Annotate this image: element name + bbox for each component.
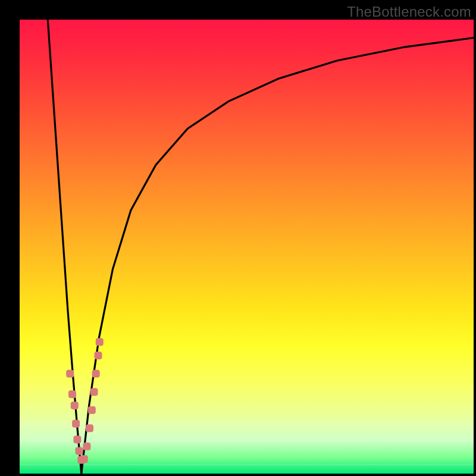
curve-right-branch bbox=[82, 38, 474, 474]
data-marker bbox=[95, 352, 102, 359]
curve-layer bbox=[20, 20, 474, 474]
data-marker bbox=[80, 455, 88, 463]
data-marker bbox=[92, 370, 100, 378]
data-marker bbox=[90, 388, 98, 396]
data-marker bbox=[96, 338, 104, 346]
data-marker bbox=[68, 390, 76, 398]
data-marker bbox=[73, 436, 81, 443]
plot-area bbox=[20, 20, 474, 474]
watermark-text: TheBottleneck.com bbox=[347, 4, 471, 20]
data-marker bbox=[86, 424, 93, 432]
data-marker bbox=[76, 447, 83, 455]
data-marker bbox=[83, 443, 90, 450]
data-marker bbox=[66, 370, 74, 378]
chart-frame: TheBottleneck.com bbox=[0, 0, 476, 476]
data-marker bbox=[88, 406, 96, 414]
data-marker bbox=[72, 420, 80, 428]
data-marker bbox=[71, 402, 79, 409]
